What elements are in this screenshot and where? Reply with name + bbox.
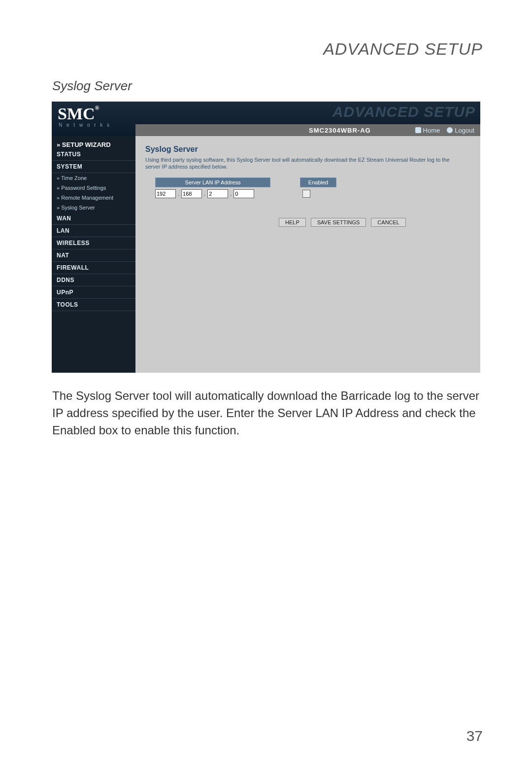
sidebar-item-ddns[interactable]: DDNS <box>52 274 135 286</box>
sidebar-item-nat[interactable]: NAT <box>52 249 135 262</box>
ip-dot: . <box>204 191 205 197</box>
sidebar-item-system[interactable]: SYSTEM <box>52 161 135 173</box>
logo-reg: ® <box>95 105 100 111</box>
page-number: 37 <box>466 728 483 744</box>
banner-bottom-bar: SMC2304WBR-AG Home Logout <box>135 124 480 136</box>
save-settings-button[interactable]: SAVE SETTINGS <box>311 218 366 227</box>
body-copy: The Syslog Server tool will automaticall… <box>52 387 480 439</box>
header-enabled: Enabled <box>300 177 336 187</box>
sidebar-item-wan[interactable]: WAN <box>52 212 135 225</box>
router-screenshot: SMC® N e t w o r k s ADVANCED SETUP SMC2… <box>52 102 480 373</box>
ip-value-row: . . . <box>155 189 470 198</box>
smc-logo: SMC® <box>58 105 100 123</box>
logout-link-label: Logout <box>455 127 474 134</box>
button-row: HELP SAVE SETTINGS CANCEL <box>214 218 470 227</box>
ip-header-row: Server LAN IP Address Enabled <box>155 177 470 187</box>
ip-octet-3[interactable] <box>207 189 228 198</box>
ip-octet-1[interactable] <box>155 189 176 198</box>
sidebar-item-upnp[interactable]: UPnP <box>52 286 135 299</box>
sidebar-item-lan[interactable]: LAN <box>52 225 135 237</box>
page-header: ADVANCED SETUP <box>49 39 483 59</box>
content-panel: Syslog Server Using third party syslog s… <box>135 136 480 373</box>
enabled-checkbox[interactable] <box>302 190 310 198</box>
sidebar-sub-remote-management[interactable]: Remote Management <box>52 193 135 203</box>
logo-subtext: N e t w o r k s <box>59 122 111 128</box>
logo-text: SMC <box>58 105 95 123</box>
ip-octet-4[interactable] <box>233 189 254 198</box>
banner-watermark: ADVANCED SETUP <box>332 104 475 120</box>
logout-link[interactable]: Logout <box>447 127 474 134</box>
cancel-button[interactable]: CANCEL <box>371 218 406 227</box>
sidebar: SETUP WIZARD STATUS SYSTEM Time Zone Pas… <box>52 136 135 373</box>
sidebar-sub-syslog-server[interactable]: Syslog Server <box>52 203 135 212</box>
banner: SMC® N e t w o r k s ADVANCED SETUP SMC2… <box>52 102 480 136</box>
ip-dot: . <box>178 191 179 197</box>
content-description: Using third party syslog software, this … <box>145 157 451 171</box>
ip-octet-2[interactable] <box>181 189 202 198</box>
header-server-lan-ip: Server LAN IP Address <box>155 177 270 187</box>
ip-dot: . <box>230 191 232 197</box>
sidebar-item-tools[interactable]: TOOLS <box>52 299 135 311</box>
help-button[interactable]: HELP <box>279 218 306 227</box>
home-icon <box>415 127 421 133</box>
logout-icon <box>447 127 453 133</box>
sidebar-item-firewall[interactable]: FIREWALL <box>52 262 135 274</box>
model-number: SMC2304WBR-AG <box>309 127 371 134</box>
sidebar-setup-wizard[interactable]: SETUP WIZARD <box>52 138 116 152</box>
sidebar-sub-timezone[interactable]: Time Zone <box>52 173 135 183</box>
section-title: Syslog Server <box>52 78 483 94</box>
home-link-label: Home <box>423 127 440 134</box>
sidebar-sub-password-settings[interactable]: Password Settings <box>52 183 135 193</box>
home-link[interactable]: Home <box>415 127 440 134</box>
content-title: Syslog Server <box>145 145 470 154</box>
sidebar-item-wireless[interactable]: WIRELESS <box>52 237 135 249</box>
